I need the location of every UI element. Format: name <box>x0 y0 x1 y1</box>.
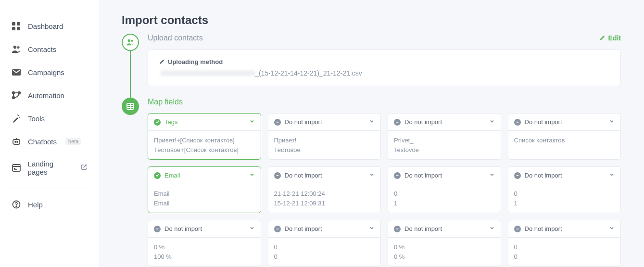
svg-point-18 <box>16 206 17 207</box>
automation-icon <box>12 90 21 100</box>
field-mapping-select[interactable]: Do not import <box>508 114 621 131</box>
field-preview: Privet_Testovoe <box>388 131 501 159</box>
field-mapping-select[interactable]: Do not import <box>508 220 621 238</box>
field-column: Do not importПривет!Тестовое <box>268 113 381 160</box>
svg-rect-25 <box>276 175 278 176</box>
sidebar-item-contacts[interactable]: Contacts <box>0 38 99 61</box>
do-not-import-icon <box>514 172 521 179</box>
do-not-import-icon <box>394 226 401 232</box>
do-not-import-icon <box>394 172 401 179</box>
field-preview: 01 <box>508 184 621 213</box>
chevron-down-icon <box>489 118 495 126</box>
svg-rect-23 <box>396 122 399 123</box>
sidebar-item-chatbots[interactable]: Chatbots beta <box>0 130 99 153</box>
field-mapping-label: Do not import <box>525 225 562 232</box>
sidebar-item-dashboard[interactable]: Dashboard <box>0 14 99 38</box>
svg-rect-28 <box>156 229 159 229</box>
svg-point-8 <box>18 92 20 94</box>
svg-rect-27 <box>516 175 518 176</box>
field-mapping-label: Do not import <box>164 225 202 232</box>
external-link-icon <box>81 164 87 172</box>
field-mapping-select[interactable]: Do not import <box>268 167 381 184</box>
page-title: Import contacts <box>122 13 621 27</box>
field-mapping-select[interactable]: Do not import <box>268 220 381 238</box>
import-flow: Upload contacts Edit Uploading method XX… <box>122 34 621 267</box>
chevron-down-icon <box>249 118 255 126</box>
step-upload-indicator <box>122 34 139 51</box>
field-preview: EmailEmail <box>148 184 261 213</box>
field-mapping-label: Do not import <box>404 172 442 179</box>
field-column: Do not importPrivet_Testovoe <box>388 113 501 160</box>
step-map-title: Map fields <box>148 98 183 106</box>
svg-rect-26 <box>396 175 399 176</box>
sidebar-separator <box>10 188 89 188</box>
field-preview: 01 <box>388 184 501 213</box>
sidebar-item-tools[interactable]: Tools <box>0 107 99 130</box>
sidebar-item-label: Landing pages <box>28 160 74 176</box>
svg-rect-3 <box>17 27 20 30</box>
field-mapping-select[interactable]: Do not import <box>388 167 501 184</box>
chevron-down-icon <box>609 172 615 179</box>
chevron-down-icon <box>369 225 375 232</box>
sidebar-item-landing-pages[interactable]: Landing pages <box>0 153 99 183</box>
field-mapping-select[interactable]: Tags <box>148 114 261 131</box>
field-mapping-select[interactable]: Email <box>148 167 261 184</box>
field-mapping-label: Tags <box>164 118 177 126</box>
field-column: Do not importСписок контактов <box>508 113 621 160</box>
beta-badge: beta <box>65 138 81 145</box>
sidebar-item-label: Contacts <box>28 45 56 53</box>
field-mapping-label: Email <box>164 172 180 179</box>
table-icon <box>126 102 135 111</box>
field-mapping-select[interactable]: Do not import <box>388 114 501 131</box>
field-mapping-label: Do not import <box>285 118 322 126</box>
step-map-fields: Map fields TagsПривет!+[Список контактов… <box>122 98 621 267</box>
do-not-import-icon <box>394 119 401 126</box>
chevron-down-icon <box>609 118 615 126</box>
svg-point-10 <box>18 115 19 116</box>
svg-point-20 <box>131 40 133 42</box>
field-preview: 0 %100 % <box>148 238 261 266</box>
sidebar-item-campaigns[interactable]: Campaigns <box>0 61 99 84</box>
svg-point-15 <box>17 141 18 142</box>
do-not-import-icon <box>274 172 281 179</box>
field-mapping-select[interactable]: Do not import <box>148 220 261 238</box>
sidebar-item-automation[interactable]: Automation <box>0 84 99 107</box>
field-mapping-select[interactable]: Do not import <box>268 114 381 131</box>
edit-upload-button[interactable]: Edit <box>599 34 621 42</box>
sidebar-item-label: Automation <box>28 91 64 100</box>
svg-point-11 <box>19 117 20 118</box>
field-column: Do not import21-12-21 12:00:2415-12-21 1… <box>268 166 381 213</box>
map-fields-grid: TagsПривет!+[Список контактов]Тестовое+[… <box>148 113 621 267</box>
svg-rect-2 <box>12 27 15 30</box>
field-mapping-label: Do not import <box>525 118 562 126</box>
svg-rect-30 <box>396 229 399 229</box>
field-mapping-select[interactable]: Do not import <box>508 167 621 184</box>
sidebar-item-help[interactable]: Help <box>0 193 99 216</box>
field-column: Do not import00 <box>268 220 381 267</box>
svg-point-12 <box>17 114 18 115</box>
field-column: Do not import01 <box>508 166 621 213</box>
field-column: Do not import0 %100 % <box>148 220 261 267</box>
field-mapping-label: Do not import <box>285 225 322 232</box>
uploaded-filename: XXXXXXXXXXXXXXXXXXXXX_(15-12-21-14-12-21… <box>159 69 610 77</box>
sidebar-item-label: Help <box>28 201 43 209</box>
edit-label: Edit <box>608 34 621 42</box>
svg-point-9 <box>13 97 14 99</box>
svg-rect-0 <box>12 22 15 25</box>
sidebar-item-label: Dashboard <box>28 22 63 30</box>
field-mapping-label: Do not import <box>525 172 562 179</box>
do-not-import-icon <box>514 119 521 126</box>
chevron-down-icon <box>249 172 255 179</box>
sidebar-item-label: Chatbots <box>28 138 57 146</box>
campaigns-icon <box>12 67 21 77</box>
svg-rect-24 <box>516 122 518 123</box>
field-column: Do not import00 <box>508 220 621 267</box>
svg-point-5 <box>17 46 19 49</box>
field-preview: 0 %0 % <box>388 238 501 266</box>
field-preview: 00 <box>268 238 381 266</box>
step-upload-contacts: Upload contacts Edit Uploading method XX… <box>122 34 621 86</box>
field-mapping-select[interactable]: Do not import <box>388 220 501 238</box>
field-mapping-label: Do not import <box>404 225 442 232</box>
pencil-icon <box>159 59 165 65</box>
svg-rect-13 <box>13 140 20 144</box>
